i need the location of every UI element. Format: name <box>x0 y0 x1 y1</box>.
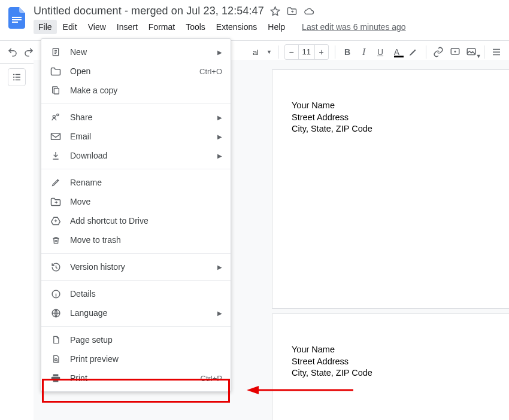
doc-text-line[interactable]: Street Address <box>292 356 372 368</box>
menu-item-label: Rename <box>70 178 222 187</box>
menu-item-details[interactable]: Details <box>41 284 231 303</box>
cloud-status-icon[interactable] <box>304 6 314 17</box>
text-color-button[interactable]: A <box>390 44 403 60</box>
menu-item-label: Details <box>70 289 222 299</box>
menu-tools[interactable]: Tools <box>181 20 210 34</box>
svg-point-8 <box>57 114 59 115</box>
menu-item-label: Move <box>70 197 222 206</box>
share-icon <box>50 111 62 123</box>
menu-item-new[interactable]: New ▶ <box>41 42 231 62</box>
left-gutter <box>0 62 34 86</box>
trash-icon <box>50 234 62 246</box>
font-size-control: − 11 + <box>284 44 329 60</box>
title-area: Untitled document - merged on Jul 23, 12… <box>30 5 505 34</box>
menu-insert[interactable]: Insert <box>112 20 143 34</box>
print-icon <box>50 372 62 384</box>
italic-button[interactable]: I <box>357 44 370 60</box>
menu-item-download[interactable]: Download ▶ <box>41 146 231 165</box>
doc-text-line[interactable]: City, State, ZIP Code <box>292 123 372 135</box>
menu-file[interactable]: File <box>34 20 57 34</box>
menu-item-email[interactable]: Email ▶ <box>41 127 231 146</box>
copy-icon <box>50 84 62 96</box>
document-page[interactable]: Your Name Street Address City, State, ZI… <box>272 69 509 309</box>
menu-item-label: Open <box>70 66 191 76</box>
last-edit-link[interactable]: Last edit was 6 minutes ago <box>302 22 406 32</box>
svg-point-7 <box>53 115 55 118</box>
menu-extensions[interactable]: Extensions <box>211 20 262 34</box>
svg-rect-6 <box>54 89 59 94</box>
insert-link-button[interactable] <box>432 44 444 60</box>
menubar: File Edit View Insert Format Tools Exten… <box>30 20 505 34</box>
chevron-right-icon: ▶ <box>217 114 222 121</box>
menu-item-label: Download <box>70 151 209 160</box>
globe-icon <box>50 307 62 319</box>
document-title[interactable]: Untitled document - merged on Jul 23, 12… <box>34 5 264 17</box>
chevron-down-icon: ▼ <box>476 53 481 59</box>
move-folder-icon[interactable] <box>287 6 298 17</box>
menu-format[interactable]: Format <box>144 20 180 34</box>
pencil-icon <box>50 176 62 188</box>
history-icon <box>50 261 62 273</box>
highlight-button[interactable] <box>407 44 419 60</box>
doc-text-line[interactable]: City, State, ZIP Code <box>292 367 372 379</box>
svg-rect-1 <box>12 19 22 20</box>
header: Untitled document - merged on Jul 23, 12… <box>0 0 509 34</box>
menu-item-label: Move to trash <box>70 235 222 245</box>
menu-separator <box>41 280 231 281</box>
redo-button[interactable] <box>22 44 35 60</box>
document-page[interactable]: Your Name Street Address City, State, ZI… <box>272 314 509 420</box>
menu-item-label: New <box>70 47 209 57</box>
menu-item-label: Print <box>70 373 192 383</box>
align-button[interactable] <box>490 44 502 60</box>
undo-button[interactable] <box>6 44 19 60</box>
font-size-decrease[interactable]: − <box>285 47 298 57</box>
menu-item-print[interactable]: Print Ctrl+P <box>41 369 231 388</box>
menu-item-label: Language <box>70 308 209 318</box>
menu-item-make-copy[interactable]: Make a copy <box>41 81 231 100</box>
menu-item-move[interactable]: Move <box>41 192 231 211</box>
chevron-down-icon: ▼ <box>266 49 272 55</box>
toolbar-separator <box>484 45 484 59</box>
font-size-value[interactable]: 11 <box>298 45 315 59</box>
menu-view[interactable]: View <box>83 20 111 34</box>
menu-separator <box>41 326 231 327</box>
menu-item-print-preview[interactable]: Print preview <box>41 349 231 369</box>
menu-item-share[interactable]: Share ▶ <box>41 108 231 127</box>
insert-image-button[interactable]: ▼ <box>465 44 477 60</box>
info-icon <box>50 288 62 300</box>
menu-item-shortcut: Ctrl+O <box>199 67 222 76</box>
insert-comment-button[interactable] <box>449 44 461 60</box>
doc-text-line[interactable]: Street Address <box>292 112 372 124</box>
menu-item-page-setup[interactable]: Page setup <box>41 330 231 349</box>
document-icon <box>50 46 62 58</box>
menu-item-label: Share <box>70 112 209 122</box>
menu-item-move-trash[interactable]: Move to trash <box>41 230 231 249</box>
svg-rect-0 <box>12 17 22 18</box>
mail-icon <box>50 130 62 142</box>
menu-item-add-shortcut[interactable]: Add shortcut to Drive <box>41 211 231 230</box>
menu-item-language[interactable]: Language ▶ <box>41 303 231 322</box>
move-folder-icon <box>50 196 62 208</box>
menu-item-open[interactable]: Open Ctrl+O <box>41 62 231 81</box>
menu-item-rename[interactable]: Rename <box>41 173 231 192</box>
text-color-swatch <box>394 56 404 57</box>
font-family-select[interactable]: al <box>249 44 263 60</box>
font-size-increase[interactable]: + <box>315 47 328 57</box>
menu-item-label: Make a copy <box>70 86 222 95</box>
docs-logo[interactable] <box>4 5 30 31</box>
menu-item-label: Print preview <box>70 354 222 364</box>
doc-text-line[interactable]: Your Name <box>292 100 372 112</box>
outline-toggle-button[interactable] <box>8 68 26 86</box>
chevron-right-icon: ▶ <box>217 133 222 140</box>
toolbar-separator <box>335 45 335 59</box>
download-icon <box>50 150 62 162</box>
bold-button[interactable]: B <box>341 44 353 60</box>
menu-edit[interactable]: Edit <box>58 20 82 34</box>
underline-button[interactable]: U <box>374 44 386 60</box>
doc-text-line[interactable]: Your Name <box>292 344 372 356</box>
menu-separator <box>41 253 231 254</box>
menu-help[interactable]: Help <box>263 20 290 34</box>
star-icon[interactable] <box>270 6 281 17</box>
menu-item-version-history[interactable]: Version history ▶ <box>41 257 231 276</box>
print-preview-icon <box>50 353 62 365</box>
